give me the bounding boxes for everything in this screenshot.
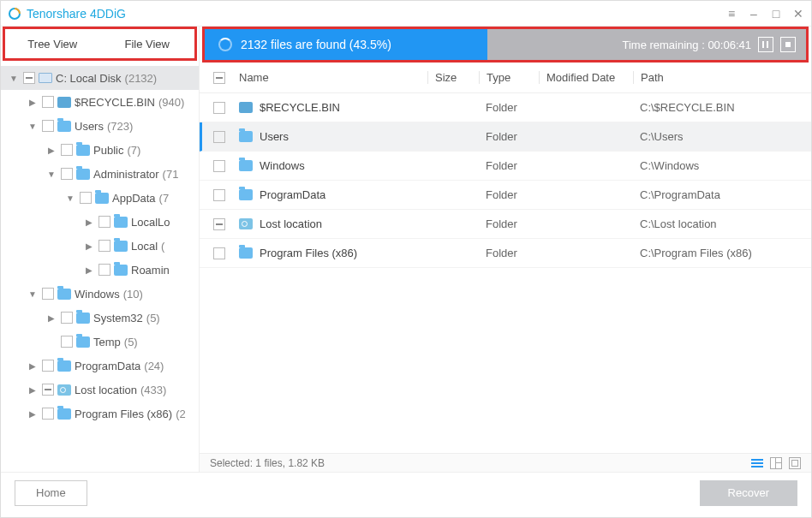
file-row[interactable]: $RECYCLE.BINFolderC:\$RECYCLE.BIN xyxy=(200,93,811,122)
tab-tree-view[interactable]: Tree View xyxy=(5,29,100,58)
expand-arrow-icon[interactable]: ▶ xyxy=(27,385,39,395)
file-checkbox[interactable] xyxy=(213,102,225,114)
tree-checkbox[interactable] xyxy=(99,240,110,252)
expand-arrow-icon[interactable]: ▶ xyxy=(45,313,57,323)
tree-checkbox[interactable] xyxy=(61,336,73,348)
tree-item[interactable]: ▶Local ( xyxy=(1,234,199,258)
file-name: $RECYCLE.BIN xyxy=(260,101,427,114)
selection-status: Selected: 1 files, 1.82 KB xyxy=(210,457,751,469)
expand-arrow-icon[interactable]: ▶ xyxy=(83,217,95,227)
column-modified[interactable]: Modified Date xyxy=(539,71,633,84)
folder-icon xyxy=(114,265,128,276)
tree-item[interactable]: ▼Users (723) xyxy=(1,114,199,138)
tree-checkbox[interactable] xyxy=(99,264,110,276)
folder-icon xyxy=(57,408,71,420)
tree-checkbox[interactable] xyxy=(42,408,54,420)
tree-checkbox[interactable] xyxy=(80,192,92,204)
expand-arrow-icon[interactable]: ▼ xyxy=(27,289,39,299)
scan-remaining-panel: Time remaining : 00:06:41 xyxy=(487,29,806,60)
svg-rect-3 xyxy=(785,42,791,47)
tree-checkbox[interactable] xyxy=(23,72,35,84)
column-name[interactable]: Name xyxy=(239,71,427,84)
tree-label: C: Local Disk xyxy=(56,72,122,85)
pause-button[interactable] xyxy=(758,37,773,52)
file-path: C:\$RECYCLE.BIN xyxy=(633,101,804,114)
expand-arrow-icon[interactable]: ▶ xyxy=(27,98,39,107)
tree-label: $RECYCLE.BIN xyxy=(75,96,155,109)
tree-item[interactable]: ▼Windows (10) xyxy=(1,282,199,306)
tree-checkbox[interactable] xyxy=(42,360,54,372)
file-name: Windows xyxy=(260,159,427,172)
tree-count: (24) xyxy=(144,360,164,372)
folder-icon xyxy=(57,121,71,132)
tree-checkbox[interactable] xyxy=(42,120,54,132)
tree-item[interactable]: ▶ProgramData (24) xyxy=(1,354,199,378)
tree-checkbox[interactable] xyxy=(61,168,73,180)
file-row[interactable]: UsersFolderC:\Users xyxy=(200,122,811,152)
expand-arrow-icon[interactable]: ▶ xyxy=(27,361,39,371)
expand-arrow-icon[interactable]: ▶ xyxy=(83,241,95,251)
menu-icon[interactable]: ≡ xyxy=(725,8,737,20)
select-all-checkbox[interactable] xyxy=(213,72,225,84)
close-button[interactable]: ✕ xyxy=(792,8,804,20)
tree-count: (10) xyxy=(123,288,143,301)
tree-checkbox[interactable] xyxy=(42,384,54,396)
tree-label: Temp xyxy=(93,336,121,348)
tree-count: (2132) xyxy=(125,72,158,85)
file-checkbox[interactable] xyxy=(213,131,225,143)
tree-label: AppData xyxy=(112,192,156,205)
expand-arrow-icon[interactable]: ▼ xyxy=(8,74,20,83)
tree-checkbox[interactable] xyxy=(61,144,73,156)
expand-arrow-icon[interactable]: ▼ xyxy=(45,170,57,179)
tree-item[interactable]: ▶System32 (5) xyxy=(1,306,199,330)
view-grid-icon[interactable] xyxy=(770,457,782,469)
column-path[interactable]: Path xyxy=(633,71,804,84)
expand-arrow-icon[interactable]: ▼ xyxy=(64,194,76,203)
tree-item[interactable]: ▶Lost location (433) xyxy=(1,378,199,402)
minimize-button[interactable]: – xyxy=(748,8,760,20)
tree-item[interactable]: ▶Roamin xyxy=(1,258,199,282)
file-checkbox[interactable] xyxy=(213,218,225,230)
tree-item[interactable]: ▶$RECYCLE.BIN (940) xyxy=(1,90,199,114)
tree-checkbox[interactable] xyxy=(61,312,73,324)
maximize-button[interactable]: □ xyxy=(770,8,782,20)
column-type[interactable]: Type xyxy=(479,71,539,84)
file-checkbox[interactable] xyxy=(213,189,225,201)
tree-item[interactable]: ▶Public (7) xyxy=(1,138,199,162)
file-checkbox[interactable] xyxy=(213,160,225,172)
tree-item[interactable]: ▶LocalLo xyxy=(1,210,199,234)
file-row[interactable]: Program Files (x86)FolderC:\Program File… xyxy=(200,239,811,268)
folder-tree[interactable]: ▼C: Local Disk (2132)▶$RECYCLE.BIN (940)… xyxy=(1,61,199,472)
tree-item[interactable]: ▼Administrator (71 xyxy=(1,162,199,186)
tree-item[interactable]: Temp (5) xyxy=(1,330,199,354)
spinner-icon xyxy=(218,38,232,51)
file-row[interactable]: ProgramDataFolderC:\ProgramData xyxy=(200,181,811,210)
tab-file-view[interactable]: File View xyxy=(100,29,195,58)
file-checkbox[interactable] xyxy=(213,247,225,259)
expand-arrow-icon[interactable]: ▶ xyxy=(45,146,57,155)
recover-button[interactable]: Recover xyxy=(700,480,797,506)
expand-arrow-icon[interactable]: ▶ xyxy=(83,265,95,275)
status-bar: Selected: 1 files, 1.82 KB xyxy=(200,453,811,472)
tree-item[interactable]: ▼C: Local Disk (2132) xyxy=(1,66,199,90)
file-row[interactable]: Lost locationFolderC:\Lost location xyxy=(200,210,811,239)
view-list-icon[interactable] xyxy=(751,457,763,469)
tree-label: Program Files (x86) xyxy=(75,408,172,420)
stop-button[interactable] xyxy=(780,37,796,52)
view-detail-icon[interactable] xyxy=(789,457,801,469)
tree-checkbox[interactable] xyxy=(99,216,110,228)
file-list[interactable]: $RECYCLE.BINFolderC:\$RECYCLE.BINUsersFo… xyxy=(200,93,811,453)
folder-icon xyxy=(57,360,71,372)
tree-item[interactable]: ▼AppData (7 xyxy=(1,186,199,210)
window-controls: ≡ – □ ✕ xyxy=(725,8,804,20)
column-size[interactable]: Size xyxy=(427,71,479,84)
file-row[interactable]: WindowsFolderC:\Windows xyxy=(200,152,811,181)
tree-item[interactable]: ▶Program Files (x86) (2 xyxy=(1,402,199,426)
home-button[interactable]: Home xyxy=(15,480,87,506)
tree-checkbox[interactable] xyxy=(42,96,54,108)
expand-arrow-icon[interactable]: ▼ xyxy=(27,122,39,131)
tree-checkbox[interactable] xyxy=(42,288,54,300)
tree-count: (7) xyxy=(127,144,140,157)
file-name: Lost location xyxy=(260,217,427,230)
expand-arrow-icon[interactable]: ▶ xyxy=(27,409,39,419)
